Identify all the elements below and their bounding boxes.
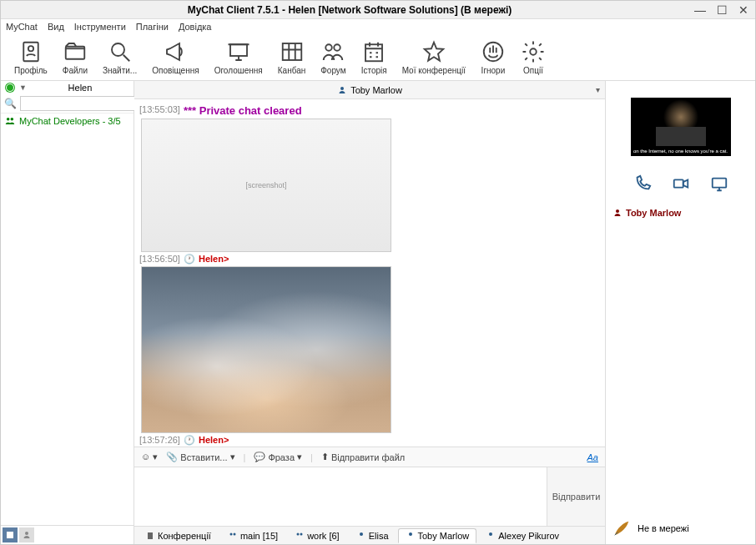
sidebar: ▼ Helen 🔍 ✕ MyChat Developers - 3/5	[1, 81, 134, 544]
message-row: [13:56:50] 🕐 Helen>	[139, 254, 600, 265]
message-input[interactable]	[134, 467, 547, 526]
svg-point-17	[229, 532, 232, 535]
titlebar: MyChat Client 7.5.1 - Helen [Network Sof…	[1, 1, 755, 19]
emoji-button[interactable]: ☺ ▾	[141, 452, 158, 462]
svg-point-15	[340, 87, 344, 90]
view-users-button[interactable]	[19, 527, 34, 542]
tool-notifications[interactable]: Оповіщення	[152, 39, 199, 75]
tool-kanban-label: Канбан	[278, 66, 306, 75]
tab-conferences[interactable]: Конференції	[138, 528, 219, 543]
message-row: [13:57:26] 🕐 Helen>	[139, 435, 600, 446]
menu-plugins[interactable]: Плагіни	[136, 22, 169, 32]
avatar-image	[631, 98, 731, 146]
search-input[interactable]	[20, 96, 140, 111]
contact-avatar[interactable]: on the Internet, no one knows you're a c…	[631, 98, 731, 156]
message-attachment	[139, 266, 600, 433]
svg-point-10	[530, 48, 537, 55]
tool-forum-label: Форум	[320, 66, 345, 75]
status-online-icon	[6, 83, 14, 92]
tool-notifications-label: Оповіщення	[152, 66, 199, 75]
tool-find[interactable]: Знайти...	[103, 39, 137, 75]
minimize-button[interactable]: —	[695, 5, 705, 15]
svg-point-1	[28, 46, 33, 51]
menu-tools[interactable]: Інструменти	[74, 22, 126, 32]
voice-call-button[interactable]	[633, 174, 652, 193]
sendfile-button[interactable]: ⬆ Відправити файл	[321, 452, 405, 462]
svg-point-22	[409, 532, 412, 536]
tab-toby-marlow[interactable]: Toby Marlow	[398, 528, 477, 543]
send-label: Відправити	[552, 492, 601, 502]
svg-point-11	[7, 118, 9, 121]
tool-ignores[interactable]: Ігнори	[481, 39, 506, 75]
tool-profile[interactable]: Профіль	[14, 39, 48, 75]
send-button[interactable]: Відправити	[547, 467, 605, 526]
svg-rect-8	[365, 44, 382, 61]
person-icon	[612, 208, 622, 218]
tool-history[interactable]: Історія	[361, 39, 387, 75]
window-title: MyChat Client 7.5.1 - Helen [Network Sof…	[4, 4, 695, 16]
tab-label: Elisa	[369, 531, 389, 541]
tool-options-label: Опції	[523, 66, 543, 75]
call-actions	[633, 174, 728, 193]
forum-icon	[320, 39, 345, 64]
view-contacts-button[interactable]	[3, 527, 18, 542]
person-icon	[486, 531, 496, 541]
sender-label: Helen>	[199, 435, 229, 445]
tab-work[interactable]: work [6]	[287, 528, 347, 543]
tool-profile-label: Профіль	[14, 66, 48, 75]
chat-header-dropdown[interactable]: ▾	[596, 85, 600, 94]
contact-name-label: Toby Marlow	[626, 208, 681, 218]
svg-point-7	[335, 44, 341, 51]
format-button[interactable]: Aa	[587, 452, 598, 462]
chat-panel: Toby Marlow ▾ [13:55:03] *** Private cha…	[134, 81, 605, 544]
maximize-button[interactable]: ☐	[717, 5, 727, 15]
gear-icon	[521, 39, 546, 64]
status-footer: Не в мережі	[612, 519, 689, 537]
menu-view[interactable]: Вид	[48, 22, 64, 32]
svg-rect-5	[282, 43, 301, 60]
tab-main[interactable]: main [15]	[220, 528, 285, 543]
screen-share-button[interactable]	[710, 174, 728, 193]
person-icon	[406, 531, 416, 541]
clouds-image[interactable]	[141, 266, 391, 433]
tool-myconf[interactable]: Мої конференції	[402, 39, 466, 75]
timestamp: [13:56:50]	[139, 254, 180, 264]
tab-elisa[interactable]: Elisa	[349, 528, 396, 543]
tab-label: Конференції	[158, 531, 211, 541]
system-message-row: [13:55:03] *** Private chat cleared	[139, 104, 600, 117]
search-icon[interactable]: 🔍	[4, 98, 17, 109]
tab-alexey[interactable]: Alexey Pikurov	[478, 528, 567, 543]
video-call-button[interactable]	[672, 174, 690, 193]
tool-kanban[interactable]: Канбан	[278, 39, 306, 75]
quill-icon	[612, 519, 631, 537]
current-user-label: Helen	[32, 83, 129, 93]
main-area: ▼ Helen 🔍 ✕ MyChat Developers - 3/5 Toby…	[1, 81, 755, 544]
menu-mychat[interactable]: MyChat	[6, 22, 38, 32]
tab-label: Alexey Pikurov	[498, 531, 559, 541]
tool-announcements[interactable]: Оголошення	[214, 39, 263, 75]
phrase-button[interactable]: 💬 Фраза ▾	[254, 452, 302, 462]
contact-name-row: Toby Marlow	[612, 208, 681, 218]
menu-help[interactable]: Довідка	[179, 22, 212, 32]
tool-find-label: Знайти...	[103, 66, 137, 75]
tool-myconf-label: Мої конференції	[402, 66, 466, 75]
person-icon	[337, 85, 347, 95]
close-button[interactable]: ✕	[738, 5, 748, 15]
group-icon	[228, 531, 238, 541]
attach-button[interactable]: 📎 Вставити... ▾	[166, 452, 234, 462]
compose-toolbar: ☺ ▾ 📎 Вставити... ▾ | 💬 Фраза ▾ | ⬆ Відп…	[134, 447, 605, 467]
screenshot-image[interactable]: [screenshot]	[141, 119, 391, 252]
hand-icon	[481, 39, 506, 64]
svg-rect-25	[712, 179, 726, 188]
contact-group-item[interactable]: MyChat Developers - 3/5	[1, 114, 134, 129]
tool-forum[interactable]: Форум	[320, 39, 345, 75]
sidebar-footer	[1, 525, 134, 544]
tool-options[interactable]: Опції	[521, 39, 546, 75]
search-icon	[108, 39, 133, 64]
right-panel: on the Internet, no one knows you're a c…	[605, 81, 755, 544]
tool-files[interactable]: Файли	[63, 39, 88, 75]
svg-rect-16	[148, 532, 153, 539]
user-status-row[interactable]: ▼ Helen	[1, 81, 134, 94]
calendar-icon	[361, 39, 386, 64]
profile-icon	[18, 39, 43, 64]
